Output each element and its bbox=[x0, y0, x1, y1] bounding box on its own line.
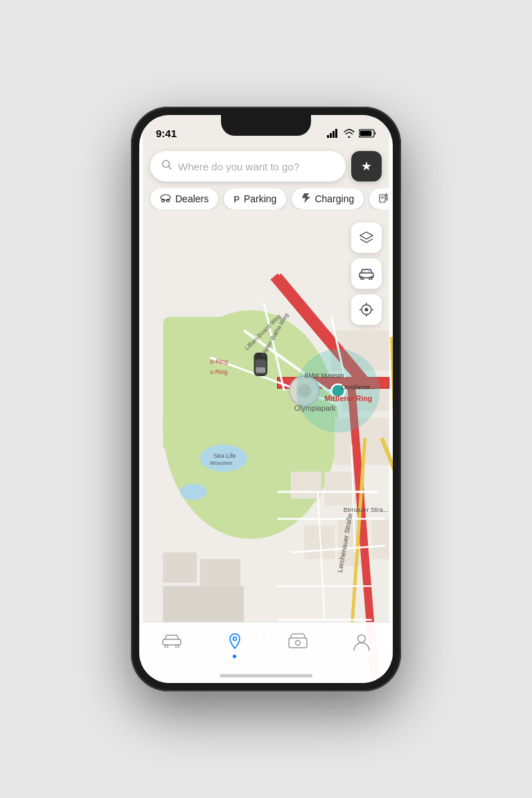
svg-text:München: München bbox=[210, 460, 232, 466]
svg-rect-5 bbox=[360, 130, 372, 136]
svg-point-88 bbox=[295, 641, 300, 646]
svg-point-85 bbox=[175, 645, 179, 648]
status-time: 9:41 bbox=[156, 127, 177, 139]
pill-fuel[interactable]: Fuel bbox=[369, 188, 393, 209]
svg-rect-69 bbox=[381, 196, 384, 199]
svg-rect-47 bbox=[256, 367, 265, 373]
signal-icon bbox=[327, 129, 339, 138]
search-bar: Where do you want to go? ★ bbox=[150, 151, 382, 181]
dealers-icon bbox=[160, 194, 171, 204]
battery-icon bbox=[359, 129, 376, 138]
search-icon bbox=[161, 159, 172, 173]
svg-text:Birnauer Stra...: Birnauer Stra... bbox=[344, 506, 389, 513]
search-placeholder: Where do you want to go? bbox=[178, 161, 299, 172]
phone-screen: 9:41 bbox=[139, 115, 393, 683]
svg-text:BMW Museum: BMW Museum bbox=[304, 372, 344, 379]
svg-text:Dostlerstr...: Dostlerstr... bbox=[342, 383, 375, 391]
svg-point-86 bbox=[233, 637, 236, 641]
svg-rect-87 bbox=[289, 638, 307, 648]
svg-rect-3 bbox=[335, 129, 337, 138]
svg-rect-8 bbox=[163, 317, 244, 451]
status-icons bbox=[327, 129, 376, 138]
nav-car-icon bbox=[162, 632, 181, 648]
parking-label: Parking bbox=[244, 193, 276, 204]
svg-rect-73 bbox=[362, 269, 365, 272]
nav-services-icon bbox=[288, 632, 308, 649]
locate-icon bbox=[359, 302, 374, 317]
favorites-button[interactable]: ★ bbox=[351, 151, 382, 181]
dealers-label: Dealers bbox=[175, 193, 209, 204]
nav-profile[interactable] bbox=[342, 630, 382, 655]
svg-rect-15 bbox=[291, 472, 321, 499]
svg-text:Sea Life: Sea Life bbox=[213, 452, 236, 459]
svg-rect-83 bbox=[163, 639, 181, 645]
car-icon bbox=[359, 267, 374, 280]
pill-dealers[interactable]: Dealers bbox=[150, 188, 218, 209]
charging-icon bbox=[301, 193, 310, 205]
notch bbox=[221, 115, 311, 136]
svg-rect-16 bbox=[372, 519, 389, 559]
map-controls bbox=[351, 222, 382, 325]
svg-point-10 bbox=[180, 484, 207, 499]
pill-parking[interactable]: P Parking bbox=[224, 188, 286, 209]
nav-profile-icon bbox=[353, 632, 371, 652]
layers-button[interactable] bbox=[351, 222, 382, 253]
nav-map-active-dot bbox=[233, 655, 236, 658]
svg-rect-2 bbox=[332, 131, 335, 138]
nav-map-icon bbox=[227, 632, 243, 652]
locate-button[interactable] bbox=[351, 294, 382, 325]
layers-icon bbox=[359, 230, 374, 245]
svg-text:s-Ring: s-Ring bbox=[210, 369, 227, 375]
phone-frame: 9:41 bbox=[131, 107, 401, 691]
svg-text:e-Ring: e-Ring bbox=[210, 358, 228, 365]
svg-point-89 bbox=[357, 635, 365, 643]
svg-rect-20 bbox=[163, 553, 197, 583]
svg-text:Mittlerer Ring: Mittlerer Ring bbox=[325, 394, 373, 402]
charging-label: Charging bbox=[314, 193, 354, 204]
fuel-icon bbox=[379, 193, 388, 205]
filter-pills: Dealers P Parking Charging bbox=[139, 188, 393, 209]
svg-line-64 bbox=[169, 167, 172, 170]
star-icon: ★ bbox=[361, 159, 372, 174]
search-input-container[interactable]: Where do you want to go? bbox=[150, 151, 346, 181]
fuel-label: Fuel bbox=[392, 193, 393, 204]
svg-rect-74 bbox=[368, 269, 371, 272]
wifi-icon bbox=[344, 129, 355, 138]
svg-rect-1 bbox=[330, 133, 332, 138]
nav-car[interactable] bbox=[151, 630, 193, 650]
svg-rect-21 bbox=[200, 559, 240, 586]
nav-services[interactable] bbox=[277, 630, 319, 652]
svg-rect-0 bbox=[327, 135, 329, 138]
home-indicator bbox=[220, 674, 312, 677]
svg-point-78 bbox=[365, 308, 369, 312]
car-location-button[interactable] bbox=[351, 258, 382, 289]
svg-point-71 bbox=[361, 277, 364, 280]
pill-charging[interactable]: Charging bbox=[292, 188, 364, 209]
svg-point-72 bbox=[369, 277, 372, 280]
svg-point-84 bbox=[164, 645, 168, 648]
svg-text:Olympiapark: Olympiapark bbox=[294, 404, 337, 412]
parking-icon: P bbox=[233, 194, 240, 204]
nav-map[interactable] bbox=[215, 630, 254, 661]
